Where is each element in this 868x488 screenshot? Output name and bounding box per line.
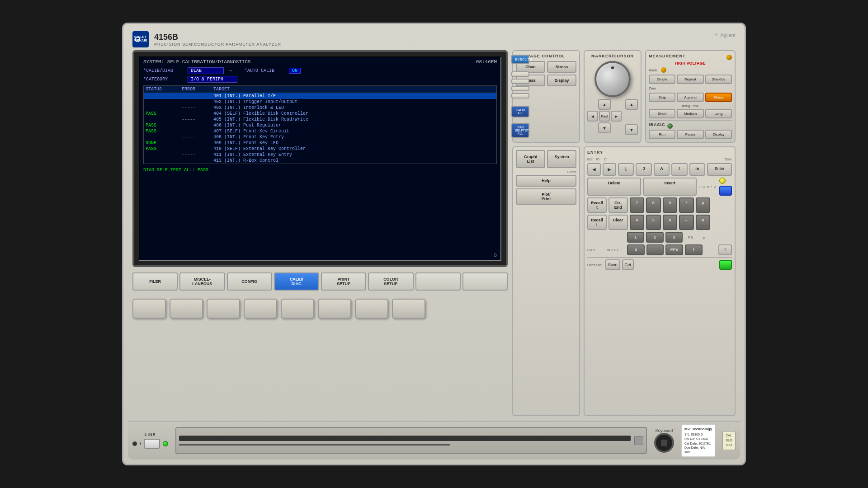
- diag-selftest-button[interactable]: DIAGSELFTSTALL: [511, 123, 529, 138]
- bottom-btn-4[interactable]: [244, 299, 277, 319]
- get-button[interactable]: Get: [622, 259, 634, 270]
- key-3[interactable]: 3: [665, 232, 683, 243]
- side-btn-2[interactable]: [511, 79, 529, 84]
- bottom-btn-5[interactable]: [281, 299, 314, 319]
- delete-button[interactable]: Delete: [587, 178, 641, 196]
- bottom-btn-8[interactable]: [392, 299, 425, 319]
- key-5[interactable]: 5: [646, 215, 661, 230]
- recall1-button[interactable]: Recall t: [587, 197, 607, 213]
- key-8[interactable]: 8: [646, 197, 661, 213]
- append-button[interactable]: Append: [677, 93, 703, 102]
- key-dot[interactable]: .: [646, 244, 664, 255]
- bottom-btn-6[interactable]: [318, 299, 351, 319]
- key-star[interactable]: *: [679, 197, 694, 213]
- floppy-eject[interactable]: [634, 436, 643, 445]
- key-1[interactable]: 1: [627, 232, 645, 243]
- key-6[interactable]: 6: [663, 215, 678, 230]
- stop-button[interactable]: Stop: [649, 93, 675, 102]
- table-row[interactable]: 413 (INT.) R-Box Control: [144, 158, 496, 164]
- key-4[interactable]: 4: [630, 215, 645, 230]
- softkey-print-setup[interactable]: PRINTSETUP: [321, 272, 366, 291]
- pause-button[interactable]: Pause: [677, 130, 703, 139]
- nav-down2[interactable]: ▼: [625, 124, 638, 135]
- auto-calib-label: *AUTO CALIB: [245, 68, 285, 73]
- softkey-color-setup[interactable]: COLORSETUP: [368, 272, 413, 291]
- calib-all-button[interactable]: CALIBALL: [511, 106, 529, 117]
- display-ibasic-button[interactable]: Display: [705, 130, 732, 139]
- softkey-miscellaneous[interactable]: MISCEL-LANEOUS: [179, 272, 225, 291]
- table-row[interactable]: PASS 404 (SELF) Flexible Disk Controller: [144, 111, 496, 117]
- table-row[interactable]: ----- 408 (INT.) Front Key Entry: [144, 134, 496, 140]
- medium-button[interactable]: Medium: [677, 109, 703, 118]
- table-row[interactable]: DONE 409 (INT.) Front Key LED: [144, 140, 496, 146]
- long-button[interactable]: Long: [705, 109, 732, 118]
- softkey-8[interactable]: [462, 272, 508, 291]
- bottom-btn-7[interactable]: [355, 299, 388, 319]
- key-a[interactable]: A: [654, 163, 670, 176]
- edit-right-arrow[interactable]: ►: [603, 163, 616, 176]
- edit-left-arrow[interactable]: ◄: [587, 163, 601, 176]
- display-button[interactable]: Display: [547, 75, 576, 86]
- short-button[interactable]: Short: [649, 109, 675, 118]
- floppy-slot[interactable]: [179, 436, 631, 441]
- table-row[interactable]: ----- 411 (INT.) External Key Entry: [144, 152, 496, 158]
- insert-button[interactable]: Insert: [643, 178, 697, 196]
- bottom-btn-3[interactable]: [207, 299, 240, 319]
- key-7[interactable]: 7: [630, 197, 645, 213]
- system-button[interactable]: System: [547, 150, 576, 168]
- nav-up[interactable]: ▲: [598, 99, 611, 110]
- key-2[interactable]: 2: [646, 232, 664, 243]
- softkey-filer[interactable]: FILER: [132, 272, 178, 291]
- bottom-btn-1[interactable]: [132, 299, 166, 319]
- key-minus[interactable]: –: [679, 215, 694, 230]
- softkey-config[interactable]: CONFIG: [227, 272, 272, 291]
- table-row[interactable]: ----- 403 (INT.) Interlock & LED: [144, 105, 496, 111]
- nav-right[interactable]: ►: [611, 111, 622, 122]
- recall2-button[interactable]: Recall l: [587, 215, 607, 230]
- table-row[interactable]: PASS 410 (SELF) External Key Controller: [144, 146, 496, 152]
- execute-button[interactable]: EXECUTE: [511, 55, 529, 64]
- nav-down[interactable]: ▼: [598, 122, 611, 133]
- table-row[interactable]: 401 (INT.) Parallel I/F: [144, 93, 496, 99]
- table-row[interactable]: PASS 407 (SELF) Front Key Circuit: [144, 128, 496, 134]
- key-slash[interactable]: /: [671, 163, 687, 176]
- table-row[interactable]: 402 (INT.) Trigger Input/Output: [144, 99, 496, 105]
- key-micro[interactable]: μ: [696, 197, 711, 213]
- side-btn-4[interactable]: [511, 93, 529, 99]
- side-btn-3[interactable]: [511, 86, 529, 91]
- key-n[interactable]: n: [696, 215, 711, 230]
- key-m[interactable]: m: [689, 163, 705, 176]
- power-switch[interactable]: [144, 439, 160, 449]
- standby-button[interactable]: Standby: [705, 75, 732, 84]
- plot-print-button[interactable]: Plot/Print: [516, 188, 576, 205]
- key-f[interactable]: f: [685, 244, 703, 255]
- enter-button[interactable]: Enter: [707, 163, 732, 176]
- stress-button[interactable]: Stress: [547, 61, 576, 73]
- run-button[interactable]: Run: [649, 130, 675, 139]
- graph-list-button[interactable]: Graph/List: [516, 150, 545, 168]
- clear-button[interactable]: Clear: [609, 215, 628, 230]
- bottom-btn-2[interactable]: [170, 299, 203, 319]
- nav-fast[interactable]: Fast: [599, 111, 610, 122]
- single-button[interactable]: Single: [649, 75, 675, 84]
- nav-up2[interactable]: ▲: [625, 99, 638, 110]
- repeat-button[interactable]: Repeat: [677, 75, 703, 84]
- key-0[interactable]: 0: [627, 244, 645, 255]
- key-eex[interactable]: EEX: [665, 244, 683, 255]
- side-btn-1[interactable]: [511, 71, 529, 77]
- table-row[interactable]: PASS 406 (INT.) Post Regulator: [144, 122, 496, 128]
- ctr-end-button[interactable]: Ctr-End: [609, 197, 628, 213]
- nav-left[interactable]: ◄: [587, 111, 598, 122]
- table-row[interactable]: ----- 405 (INT.) Flexible Disk Read/Writ…: [144, 117, 496, 122]
- help-button[interactable]: Help: [516, 175, 576, 187]
- key-j[interactable]: J: [636, 163, 651, 176]
- space-button[interactable]: f: [718, 244, 732, 255]
- stress-meas-button[interactable]: Stress: [705, 93, 732, 102]
- main-knob[interactable]: [594, 61, 631, 97]
- save-button[interactable]: Save: [605, 259, 620, 270]
- key-9[interactable]: 9: [663, 197, 678, 213]
- key-bracket-open[interactable]: [: [618, 163, 634, 176]
- keyboard-connector[interactable]: [654, 433, 674, 453]
- softkey-7[interactable]: [415, 272, 461, 291]
- softkey-calib-diag[interactable]: CALIB/DIAG: [274, 272, 319, 291]
